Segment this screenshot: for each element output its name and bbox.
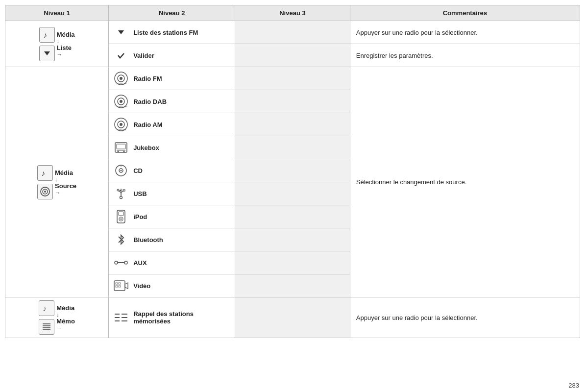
music-note-icon-3: ♪ <box>39 300 54 316</box>
svg-text:♪: ♪ <box>43 304 47 313</box>
checkmark-icon <box>113 49 129 62</box>
source-circle-icon <box>37 184 53 199</box>
header-niveau1: Niveau 1 <box>5 5 109 21</box>
svg-text:Radio DAB: Radio DAB <box>118 105 127 108</box>
page-wrapper: Niveau 1 Niveau 2 Niveau 3 Commentaires … <box>0 0 588 392</box>
svg-point-34 <box>120 196 122 199</box>
table-row: ♪ <box>5 67 580 90</box>
niveau1-source-cell: ♪ <box>5 67 109 297</box>
header-niveau2: Niveau 2 <box>109 5 235 21</box>
arrow-right-3: → <box>56 325 62 331</box>
niveau2-row-rappel: Rappel des stations mémorisées <box>113 309 231 326</box>
page-number: 283 <box>568 382 579 389</box>
niveau2-ipod: iPod <box>109 205 235 228</box>
svg-point-17 <box>120 123 122 126</box>
niveau2-row-radio-fm: Radio FM Radio FM <box>113 70 231 87</box>
cd-icon <box>113 164 129 177</box>
radio-fm-label: Radio FM <box>133 75 162 82</box>
arrow-right-2: → <box>55 190 60 196</box>
triangle-down-icon <box>39 46 55 61</box>
svg-rect-20 <box>117 144 125 149</box>
main-table: Niveau 1 Niveau 2 Niveau 3 Commentaires … <box>5 5 580 338</box>
cd-label: CD <box>133 167 143 174</box>
niveau1-list-cell: ♪ Média ↓ <box>5 21 109 67</box>
svg-marker-1 <box>44 51 50 55</box>
niveau3-source-9 <box>235 251 350 274</box>
svg-rect-32 <box>123 190 125 191</box>
niveau1-list-labels: Média ↓ Liste → <box>57 31 75 57</box>
svg-point-41 <box>124 261 127 264</box>
niveau1-memo-labels: Média ↓ Mémo → <box>56 304 75 331</box>
niveau3-source-8 <box>235 228 350 251</box>
arrow-right-1: → <box>57 51 62 57</box>
svg-point-40 <box>115 261 118 264</box>
memo-lines-icon <box>39 319 54 335</box>
niveau2-row-stations: Liste des stations FM <box>113 24 231 41</box>
niveau3-source-1 <box>235 67 350 90</box>
svg-point-22 <box>118 151 119 152</box>
commentaire-list-2: Enregistrer les paramètres. <box>350 44 580 67</box>
radio-dab-icon: Radio DAB <box>113 95 129 108</box>
usb-icon <box>113 187 129 200</box>
niveau2-row-ipod: iPod <box>113 208 231 225</box>
niveau1-source-labels: Média ↓ Source → <box>55 169 76 196</box>
media-label-3: Média <box>56 304 74 312</box>
liste-stations-label: Liste des stations FM <box>133 29 198 36</box>
svg-marker-2 <box>118 30 124 34</box>
niveau1-source-content: ♪ <box>7 165 106 199</box>
arrow-down-1: ↓ <box>57 38 60 44</box>
niveau3-source-3 <box>235 113 350 136</box>
header-niveau3: Niveau 3 <box>235 5 350 21</box>
niveau2-row-video: Vidéo <box>113 277 231 294</box>
video-label: Vidéo <box>133 282 150 290</box>
arrow-down-3: ↓ <box>56 312 59 318</box>
svg-point-6 <box>44 191 46 193</box>
niveau2-valider: Valider <box>109 44 235 67</box>
niveau2-bluetooth: Bluetooth <box>109 228 235 251</box>
memo-tune-icon <box>113 311 129 324</box>
niveau1-memo-icons: ♪ <box>39 300 54 335</box>
niveau1-memo-cell: ♪ <box>5 297 109 338</box>
commentaire-list-1: Appuyer sur une radio pour la sélectionn… <box>350 21 580 44</box>
rappel-label: Rappel des stations mémorisées <box>133 310 231 325</box>
svg-point-9 <box>120 77 122 80</box>
niveau1-list-content: ♪ Média ↓ <box>7 27 106 61</box>
niveau3-source-7 <box>235 205 350 228</box>
niveau2-row-usb: USB <box>113 185 231 202</box>
radio-dab-label: Radio DAB <box>133 98 167 105</box>
svg-text:Radio FM: Radio FM <box>118 82 126 85</box>
aux-icon <box>113 256 129 270</box>
svg-text:♪: ♪ <box>43 31 47 39</box>
aux-label: AUX <box>133 259 147 267</box>
svg-point-23 <box>123 151 125 152</box>
niveau2-aux: AUX <box>109 251 235 274</box>
niveau2-row-bluetooth: Bluetooth <box>113 231 231 248</box>
niveau2-liste-stations: Liste des stations FM <box>109 21 235 44</box>
media-label-1: Média <box>57 31 75 38</box>
niveau3-source-5 <box>235 159 350 182</box>
niveau2-cd: CD <box>109 159 235 182</box>
bluetooth-label: Bluetooth <box>133 236 163 244</box>
jukebox-icon <box>113 141 129 154</box>
niveau1-list-icons: ♪ <box>39 27 55 61</box>
svg-point-26 <box>121 170 122 172</box>
video-icon <box>113 279 129 293</box>
media-label-2: Média <box>55 169 73 176</box>
niveau2-row-aux: AUX <box>113 254 231 271</box>
bluetooth-icon <box>113 233 129 246</box>
niveau3-list-2 <box>235 44 350 67</box>
commentaire-memo: Appuyer sur une radio pour la sélectionn… <box>350 297 580 338</box>
header-commentaires: Commentaires <box>350 5 580 21</box>
svg-marker-43 <box>125 283 128 289</box>
memo-label: Mémo <box>56 318 75 325</box>
ipod-icon <box>113 210 129 223</box>
niveau2-radio-am: Radio AM Radio AM <box>109 113 235 136</box>
niveau2-jukebox: Jukebox <box>109 136 235 159</box>
niveau2-radio-dab: Radio DAB Radio DAB <box>109 90 235 113</box>
liste-label: Liste <box>57 44 72 51</box>
niveau3-source-2 <box>235 90 350 113</box>
niveau3-source-6 <box>235 182 350 205</box>
svg-point-13 <box>120 100 122 103</box>
radio-fm-icon: Radio FM <box>113 72 129 85</box>
niveau3-memo-1 <box>235 297 350 338</box>
